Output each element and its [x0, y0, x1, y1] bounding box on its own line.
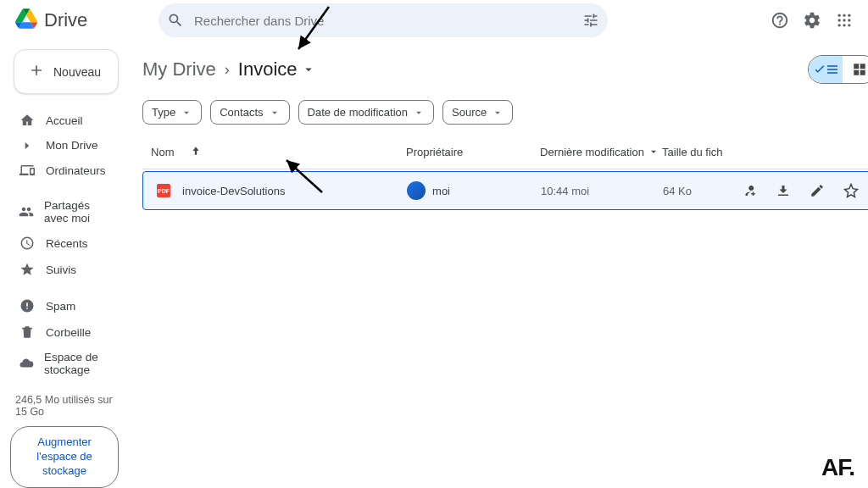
chip-label: Date de modification [308, 106, 409, 119]
drive-logo-icon [15, 8, 37, 33]
sidebar-item-computers[interactable]: Ordinateurs [10, 158, 119, 183]
filter-type[interactable]: Type [142, 100, 202, 125]
share-icon[interactable] [739, 180, 760, 201]
caret-down-icon [301, 62, 316, 77]
sidebar-item-label: Ordinateurs [46, 164, 106, 177]
chevron-right-icon: › [225, 61, 230, 79]
apps-icon[interactable] [834, 10, 854, 30]
view-toggle [808, 55, 868, 84]
star-outline-icon[interactable] [841, 180, 861, 201]
search-icon[interactable] [165, 10, 186, 30]
sidebar-item-spam[interactable]: Spam [10, 293, 119, 319]
sidebar-item-shared[interactable]: Partagés avec moi [10, 194, 119, 230]
avatar [407, 181, 426, 200]
svg-point-1 [843, 14, 845, 17]
table-header: Nom Propriétaire Dernière modification T… [142, 135, 868, 169]
search-bar[interactable] [159, 3, 608, 37]
svg-point-4 [843, 19, 845, 21]
sidebar-item-recent[interactable]: Récents [10, 230, 119, 256]
column-name[interactable]: Nom [147, 145, 406, 159]
product-name: Drive [44, 9, 87, 31]
svg-point-0 [838, 14, 841, 17]
filter-row: Type Contacts Date de modification Sourc… [142, 100, 868, 125]
sort-up-icon [190, 145, 202, 159]
tune-icon[interactable] [581, 10, 601, 30]
help-icon[interactable] [770, 10, 790, 30]
home-icon [19, 113, 36, 128]
owner-cell: moi [407, 181, 541, 200]
sidebar-item-label: Corbeille [46, 326, 91, 339]
upgrade-storage-button[interactable]: Augmenter l'espace de stockage [10, 426, 119, 488]
file-name-cell: PDF invoice-DevSolutions [148, 184, 407, 197]
svg-point-7 [843, 24, 845, 26]
breadcrumb-current-label: Invoice [238, 58, 298, 80]
caret-down-icon [413, 107, 425, 119]
modified-time: 10:44 [541, 185, 569, 197]
list-view-button[interactable] [809, 56, 843, 83]
edit-icon[interactable] [807, 180, 827, 201]
caret-down-icon [648, 146, 659, 158]
new-button[interactable]: Nouveau [14, 49, 119, 94]
column-label: Nom [151, 146, 174, 158]
sidebar-item-trash[interactable]: Corbeille [10, 319, 119, 345]
column-label: Taille du fich [662, 146, 723, 158]
plus-icon [28, 62, 45, 81]
column-label: Propriétaire [406, 146, 463, 158]
cloud-icon [19, 356, 34, 371]
sidebar-item-home[interactable]: Accueil [10, 108, 119, 133]
file-name: invoice-DevSolutions [182, 185, 285, 197]
sidebar-item-label: Mon Drive [46, 139, 98, 152]
spam-icon [19, 298, 36, 313]
sidebar-item-label: Espace de stockage [44, 351, 110, 376]
new-button-label: Nouveau [53, 65, 101, 79]
content-area: My Drive › Invoice Type Contacts Date de… [129, 41, 868, 488]
owner-name: moi [432, 185, 450, 197]
star-icon [19, 262, 36, 277]
sidebar-item-storage[interactable]: Espace de stockage [10, 346, 119, 381]
svg-point-6 [838, 24, 841, 26]
sidebar-item-mydrive[interactable]: Mon Drive [10, 134, 119, 157]
breadcrumb-root[interactable]: My Drive [142, 58, 216, 80]
recent-icon [19, 236, 36, 251]
column-owner[interactable]: Propriétaire [406, 146, 540, 158]
row-actions [739, 180, 868, 201]
sidebar-item-starred[interactable]: Suivis [10, 257, 119, 282]
devices-icon [19, 163, 36, 178]
file-row[interactable]: PDF invoice-DevSolutions moi 10:44 moi 6… [142, 171, 868, 210]
watermark: AF. [821, 454, 854, 481]
svg-point-5 [848, 19, 850, 21]
sidebar: Nouveau Accueil Mon Drive Ordinateurs Pa… [0, 41, 129, 488]
modified-cell: 10:44 moi [541, 185, 663, 197]
download-icon[interactable] [773, 180, 793, 201]
chip-label: Contacts [220, 106, 263, 119]
chip-label: Type [152, 106, 175, 119]
gear-icon[interactable] [802, 10, 822, 30]
column-label: Dernière modification [540, 146, 644, 158]
grid-view-button[interactable] [843, 56, 868, 83]
chip-label: Source [452, 106, 487, 119]
breadcrumb: My Drive › Invoice [142, 58, 316, 80]
modified-by: moi [571, 185, 589, 197]
pdf-icon: PDF [157, 184, 170, 197]
breadcrumb-current[interactable]: Invoice [238, 58, 316, 80]
filter-contacts[interactable]: Contacts [210, 100, 289, 125]
caret-down-icon [181, 107, 192, 119]
svg-point-2 [848, 14, 850, 17]
filter-source[interactable]: Source [442, 100, 513, 125]
logo-area[interactable]: Drive [10, 8, 159, 33]
column-modified[interactable]: Dernière modification [540, 146, 662, 158]
search-input[interactable] [194, 14, 581, 28]
filter-modified[interactable]: Date de modification [298, 100, 435, 125]
column-size[interactable]: Taille du fich [662, 146, 738, 158]
view-controls [808, 55, 868, 84]
trash-icon [19, 324, 36, 340]
storage-usage: 246,5 Mo utilisés sur 15 Go [15, 394, 119, 418]
size-cell: 64 Ko [663, 185, 739, 197]
sidebar-item-label: Accueil [46, 114, 83, 127]
app-header: Drive [0, 0, 868, 41]
svg-point-3 [838, 19, 841, 21]
caret-down-icon [269, 107, 281, 119]
header-actions [770, 10, 858, 30]
svg-point-8 [848, 24, 850, 26]
sidebar-item-label: Partagés avec moi [44, 199, 110, 225]
